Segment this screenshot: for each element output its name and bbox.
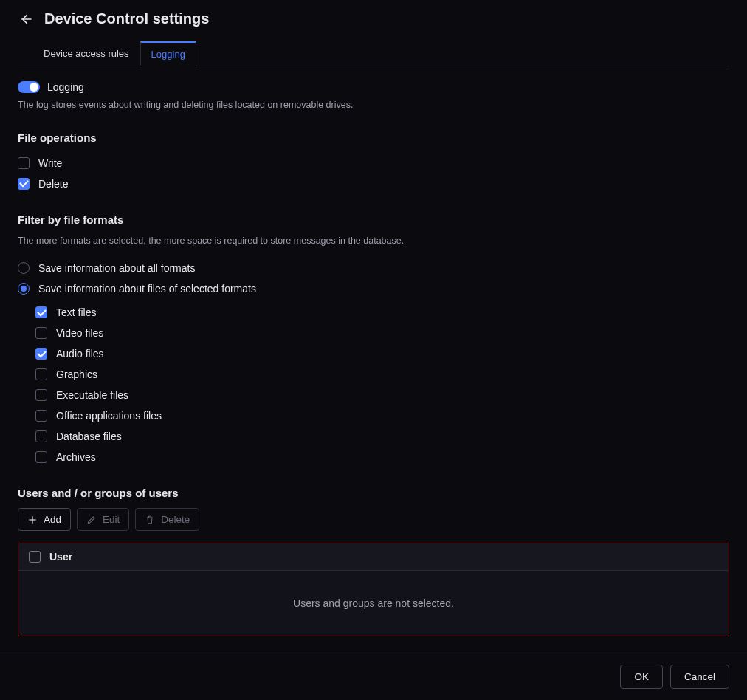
ok-button[interactable]: OK: [620, 665, 663, 689]
format-audio-label: Audio files: [56, 348, 104, 360]
delete-checkbox[interactable]: [18, 178, 30, 190]
logging-toggle[interactable]: [18, 81, 40, 93]
file-operations-title: File operations: [18, 131, 729, 144]
format-text-label: Text files: [56, 306, 96, 318]
add-button-label: Add: [44, 514, 61, 525]
format-executable-checkbox[interactable]: [35, 389, 47, 401]
cancel-button[interactable]: Cancel: [670, 665, 729, 689]
edit-button-label: Edit: [103, 514, 120, 525]
filter-title: Filter by file formats: [18, 213, 729, 226]
tabs: Device access rules Logging: [18, 41, 729, 66]
add-button[interactable]: Add: [18, 508, 71, 531]
radio-selected-formats-label: Save information about files of selected…: [38, 283, 256, 295]
select-all-checkbox[interactable]: [29, 551, 41, 563]
format-graphics-label: Graphics: [56, 368, 97, 380]
format-audio-checkbox[interactable]: [35, 348, 47, 360]
format-database-label: Database files: [56, 430, 122, 442]
format-office-label: Office applications files: [56, 410, 162, 422]
radio-selected-formats[interactable]: [18, 283, 30, 295]
plus-icon: [27, 515, 38, 525]
trash-icon: [145, 515, 155, 525]
tab-device-access-rules[interactable]: Device access rules: [32, 41, 140, 66]
delete-button-label: Delete: [161, 514, 190, 525]
filter-description: The more formats are selected, the more …: [18, 235, 729, 248]
format-text-checkbox[interactable]: [35, 306, 47, 318]
format-video-checkbox[interactable]: [35, 327, 47, 339]
radio-all-formats-label: Save information about all formats: [38, 262, 195, 274]
tab-logging[interactable]: Logging: [140, 41, 196, 66]
table-empty-message: Users and groups are not selected.: [18, 571, 729, 636]
format-office-checkbox[interactable]: [35, 410, 47, 422]
format-video-label: Video files: [56, 327, 103, 339]
back-icon[interactable]: [18, 11, 34, 27]
radio-all-formats[interactable]: [18, 262, 30, 274]
format-archives-checkbox[interactable]: [35, 451, 47, 463]
logging-description: The log stores events about writing and …: [18, 99, 729, 112]
pencil-icon: [86, 515, 97, 525]
format-archives-label: Archives: [56, 451, 96, 463]
logging-toggle-label: Logging: [47, 81, 84, 93]
write-checkbox[interactable]: [18, 157, 30, 169]
delete-label: Delete: [38, 178, 68, 190]
users-title: Users and / or groups of users: [18, 487, 729, 499]
users-table: User Users and groups are not selected.: [18, 543, 729, 636]
page-title: Device Control settings: [44, 10, 209, 27]
format-executable-label: Executable files: [56, 389, 128, 401]
format-database-checkbox[interactable]: [35, 430, 47, 442]
write-label: Write: [38, 157, 62, 169]
user-column-header: User: [49, 551, 72, 563]
delete-button: Delete: [135, 508, 199, 531]
edit-button: Edit: [77, 508, 129, 531]
format-graphics-checkbox[interactable]: [35, 368, 47, 380]
